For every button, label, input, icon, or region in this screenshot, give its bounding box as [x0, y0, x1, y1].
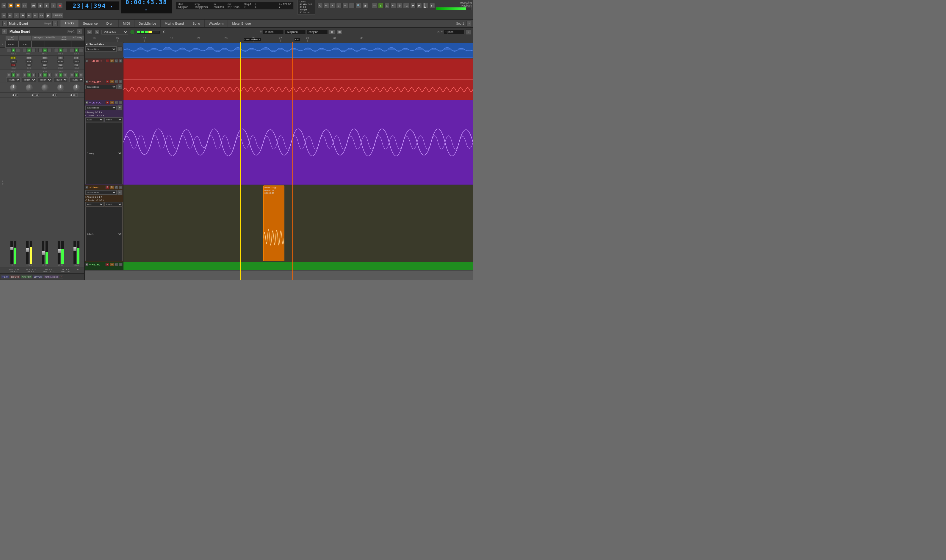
stop-btn[interactable]: ⏹ — [37, 3, 43, 8]
soundbites-expand-btn[interactable]: ▸ — [85, 43, 88, 46]
harm-mini-btn-4[interactable]: ▷ — [119, 186, 123, 189]
ld-voc-mini-btn-1[interactable]: R — [105, 101, 109, 104]
m-button[interactable]: M — [86, 30, 93, 34]
ch4-auto-btn3[interactable]: ◉ — [79, 73, 83, 77]
position-field-2[interactable]: 149|1000 — [285, 30, 306, 34]
ch3-pan-knob[interactable] — [57, 84, 64, 91]
ch4-auto-btn2[interactable]: ◉ — [74, 73, 79, 77]
tab-sequence[interactable]: Sequence — [79, 20, 102, 27]
rec2-btn[interactable]: ⏺ — [20, 13, 26, 18]
ne-hy-mini-btn-3[interactable]: □ — [114, 80, 118, 83]
ch3-rec[interactable]: rec — [58, 63, 63, 66]
ch0-solo[interactable]: solo — [10, 56, 16, 60]
forward-to-end-btn[interactable]: ⏭ — [22, 3, 27, 8]
ld-voc-expand-btn[interactable]: ▾ — [85, 101, 88, 104]
tool-extra[interactable]: ◉ — [363, 3, 368, 8]
ch4-pan-knob[interactable] — [73, 84, 80, 91]
tool-zoom[interactable]: 🔍 — [355, 3, 362, 8]
ch0-mute[interactable]: mute — [10, 60, 17, 63]
tool-wave[interactable]: ～ — [343, 3, 348, 8]
undo-btn[interactable]: ↩ — [390, 3, 396, 8]
channel-plugin-3[interactable]: Virtual Mix... — [45, 36, 58, 40]
ne-hy-select-arrow[interactable]: ▾ — [117, 84, 123, 89]
ch1-pan-knob[interactable] — [26, 84, 33, 91]
record-btn[interactable]: ⏺ — [57, 3, 62, 8]
ch1-solo[interactable]: solo — [26, 56, 32, 60]
soundbites-select[interactable]: Soundbites — [85, 46, 117, 52]
tab-song[interactable]: Song — [188, 20, 205, 27]
ch2-auto-btn3[interactable]: ◉ — [47, 73, 51, 77]
ld-gtr-content[interactable] — [123, 58, 473, 79]
ch4-solo[interactable]: solo — [73, 56, 79, 60]
ch4-btn3[interactable] — [79, 48, 83, 52]
position-field-1[interactable]: 111000 — [263, 30, 284, 34]
ch1-route-btn[interactable]: <19 — [33, 93, 39, 97]
ch0-auto-btn2[interactable]: ◉ — [11, 73, 15, 77]
ch1-touch-select[interactable]: Touch — [22, 77, 36, 82]
ch0-btn2[interactable]: ◉ — [11, 48, 15, 52]
assign-item-1[interactable]: LD GTR — [10, 275, 20, 278]
ch3-touch-select[interactable]: Touch — [54, 77, 68, 82]
ch0-btn3[interactable] — [16, 48, 20, 52]
ch0-auto-btn1[interactable]: ◉ — [7, 73, 11, 77]
ke-mini-btn-4[interactable]: ▷ — [119, 263, 123, 266]
ke-mini-btn-1[interactable]: R — [105, 263, 109, 266]
ch3-btn1[interactable] — [54, 48, 58, 52]
virtual-mix-select[interactable]: Virtual Mix... — [102, 30, 128, 34]
ch0-touch-select[interactable]: Touch — [6, 77, 20, 82]
assign-item-0[interactable]: 7 EXP — [1, 275, 9, 278]
grid-toggle-2[interactable]: ▦ — [336, 30, 343, 34]
ne-hy-mini-btn-2[interactable]: O — [110, 80, 114, 83]
ch4-auto-btn1[interactable]: ◉ — [70, 73, 74, 77]
ch3-solo[interactable]: solo — [57, 56, 64, 60]
ch4-btn1[interactable] — [70, 48, 74, 52]
ch3-btn2[interactable]: ◉ — [59, 48, 63, 52]
ld-voc-mini-btn-3[interactable]: □ — [114, 101, 118, 104]
tab-tracks[interactable]: Tracks — [60, 20, 79, 27]
ld-gtr-mini-btn-1[interactable]: R — [105, 59, 109, 63]
rewind-to-start-btn[interactable]: ⏮ — [1, 3, 6, 8]
ch1-btn3[interactable] — [32, 48, 36, 52]
undo2-btn[interactable]: ↩ — [26, 13, 32, 18]
ch2-fader[interactable] — [42, 251, 45, 255]
grid-toggle-1[interactable]: ▦ — [329, 30, 335, 34]
ld-gtr-expand-btn[interactable]: ▾ — [85, 60, 88, 62]
tool-arrow[interactable]: ↖ — [318, 3, 323, 8]
ch4-btn2[interactable]: ◉ — [74, 48, 79, 52]
bars-btn[interactable]: 2 BARS — [52, 13, 63, 18]
ch1-btn2[interactable]: ◉ — [27, 48, 31, 52]
ch2-btn1[interactable] — [39, 48, 43, 52]
ch1-auto-btn1[interactable]: ◉ — [23, 73, 27, 77]
ch0-btn1[interactable] — [7, 48, 11, 52]
harm-expand-btn[interactable]: ▾ — [85, 186, 88, 189]
harm-mini-btn-1[interactable]: R — [105, 186, 109, 189]
step2-btn[interactable]: ⏭ — [39, 13, 45, 18]
channel-plugin-5[interactable]: UAD Moog... — [71, 36, 84, 40]
harm-take-select[interactable]: take 1 — [85, 207, 123, 261]
ne-hy-expand-btn[interactable]: ▾ — [85, 80, 88, 83]
ch4-mute[interactable]: mute — [73, 60, 80, 63]
ch3-mute[interactable]: mute — [57, 60, 64, 63]
ch2-mute[interactable]: mute — [41, 60, 48, 63]
punch-btn[interactable]: ◻ — [384, 3, 390, 8]
rewind-btn[interactable]: ⏪ — [8, 3, 14, 8]
ch3-auto-btn3[interactable]: ◉ — [63, 73, 67, 77]
ch0-rec[interactable]: rec — [11, 63, 16, 66]
a-button[interactable]: A — [94, 30, 100, 34]
ch2-solo[interactable]: solo — [42, 56, 48, 60]
assign-item-3[interactable]: LD VOC — [33, 275, 43, 278]
ld-gtr-mini-btn-2[interactable]: O — [110, 59, 114, 63]
undo3-btn[interactable]: ↩ — [33, 13, 38, 18]
ld-gtr-mini-btn-4[interactable]: ▷ — [119, 59, 123, 63]
tab-meter-bridge[interactable]: Meter Bridge — [228, 20, 255, 27]
ch2-pan-knob[interactable] — [41, 84, 48, 91]
ld-voc-mini-btn-4[interactable]: ▷ — [119, 101, 123, 104]
fast-forward-btn[interactable]: ⏩ — [15, 3, 21, 8]
ld-voc-insert-select[interactable]: Insert — [104, 117, 123, 122]
ld-voc-input-select[interactable]: Soundbites — [85, 106, 117, 110]
tab-quickscribe[interactable]: QuickScribe — [134, 20, 160, 27]
ch0-route-btn[interactable]: 1> — [14, 93, 19, 97]
ch3-fader[interactable] — [58, 249, 61, 253]
stop-to-start-btn[interactable]: ⏮ — [31, 3, 36, 8]
harm-auto-select[interactable]: Auto — [85, 202, 104, 206]
